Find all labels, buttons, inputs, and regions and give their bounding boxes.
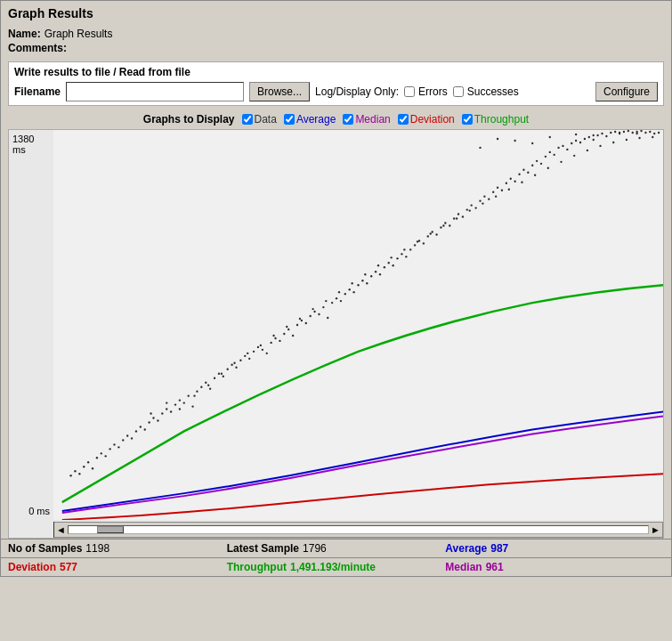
no-of-samples-value: 1198 xyxy=(85,542,109,555)
svg-point-78 xyxy=(405,256,407,257)
svg-point-12 xyxy=(117,446,119,448)
svg-point-42 xyxy=(248,358,250,360)
graphs-to-display-label: Graphs to Display xyxy=(143,113,235,126)
data-checkbox[interactable] xyxy=(242,114,253,125)
file-row: Filename Browse... Log/Display Only: Err… xyxy=(14,82,658,101)
svg-point-179 xyxy=(619,132,620,134)
svg-point-87 xyxy=(444,222,446,223)
latest-sample-value: 1796 xyxy=(303,542,327,555)
svg-point-88 xyxy=(449,224,450,226)
svg-point-86 xyxy=(440,226,441,228)
svg-point-141 xyxy=(207,384,209,385)
average-stat-value: 987 xyxy=(490,542,508,555)
svg-point-101 xyxy=(506,183,507,184)
svg-point-79 xyxy=(409,248,411,250)
svg-point-49 xyxy=(279,340,280,342)
average-label: Average xyxy=(296,113,336,126)
svg-point-117 xyxy=(575,140,577,142)
svg-point-89 xyxy=(453,217,455,219)
average-stat-label: Average xyxy=(445,542,487,555)
svg-point-93 xyxy=(471,204,473,206)
svg-point-112 xyxy=(554,154,555,156)
svg-point-76 xyxy=(396,257,398,259)
svg-point-130 xyxy=(632,132,634,134)
svg-point-183 xyxy=(636,133,637,134)
svg-point-47 xyxy=(270,342,271,344)
average-checkbox[interactable] xyxy=(284,114,295,125)
svg-point-33 xyxy=(209,387,211,389)
svg-point-75 xyxy=(392,264,393,266)
svg-point-146 xyxy=(272,335,274,337)
browse-button[interactable]: Browse... xyxy=(249,82,310,101)
svg-point-150 xyxy=(325,300,327,302)
svg-point-2 xyxy=(74,470,76,472)
svg-point-138 xyxy=(166,402,167,403)
scrollbar-thumb[interactable] xyxy=(97,526,124,533)
svg-point-45 xyxy=(262,349,263,351)
svg-point-11 xyxy=(113,443,115,445)
svg-point-99 xyxy=(497,187,498,189)
svg-point-114 xyxy=(562,145,563,147)
file-section: Write results to file / Read from file F… xyxy=(8,61,664,106)
successes-checkbox-group: Successes xyxy=(453,85,519,98)
scroll-left-arrow[interactable]: ◄ xyxy=(56,524,66,535)
svg-point-84 xyxy=(432,231,433,232)
svg-point-167 xyxy=(547,167,549,169)
y-min-label: 0 ms xyxy=(28,506,50,516)
samples-group: No of Samples 1198 xyxy=(8,542,227,555)
svg-point-175 xyxy=(652,136,653,138)
successes-checkbox[interactable] xyxy=(453,86,464,97)
svg-point-135 xyxy=(653,133,655,134)
svg-point-177 xyxy=(531,142,533,144)
svg-point-62 xyxy=(336,297,337,299)
scroll-right-arrow[interactable]: ► xyxy=(651,524,660,535)
svg-point-5 xyxy=(87,461,89,463)
svg-point-21 xyxy=(157,419,158,421)
deviation-stat-label: Deviation xyxy=(8,561,56,573)
svg-point-35 xyxy=(218,373,220,375)
throughput-checkbox[interactable] xyxy=(462,114,473,125)
data-checkbox-item: Data xyxy=(242,113,277,126)
log-display: Log/Display Only: Errors Successes Confi… xyxy=(315,82,658,101)
svg-point-44 xyxy=(257,346,259,348)
svg-point-153 xyxy=(364,273,366,275)
svg-point-154 xyxy=(377,264,379,266)
svg-point-128 xyxy=(623,131,625,133)
svg-point-59 xyxy=(322,306,324,308)
x-scrollbar[interactable]: ◄ ► xyxy=(53,522,663,538)
svg-point-50 xyxy=(283,333,285,335)
scrollbar-track[interactable] xyxy=(68,525,649,534)
svg-point-115 xyxy=(566,149,568,150)
svg-point-140 xyxy=(193,394,195,396)
chart-container: 1380 ms 0 ms xyxy=(8,129,664,539)
svg-point-159 xyxy=(442,224,444,226)
window-title: Graph Results xyxy=(8,6,93,20)
latest-sample-group: Latest Sample 1796 xyxy=(227,542,446,555)
median-checkbox[interactable] xyxy=(343,114,353,125)
svg-point-85 xyxy=(435,233,437,235)
svg-point-96 xyxy=(483,195,485,197)
svg-point-41 xyxy=(244,355,246,357)
svg-point-4 xyxy=(83,466,85,467)
comments-row: Comments: xyxy=(8,42,664,54)
filename-input[interactable] xyxy=(66,82,244,101)
svg-point-120 xyxy=(588,136,590,138)
errors-checkbox[interactable] xyxy=(404,86,415,97)
svg-point-161 xyxy=(469,209,471,211)
stats-bar: No of Samples 1198 Latest Sample 1796 Av… xyxy=(1,539,671,557)
deviation-group: Deviation 577 xyxy=(8,561,227,573)
deviation-checkbox[interactable] xyxy=(398,114,409,125)
svg-point-1 xyxy=(69,475,71,476)
svg-point-139 xyxy=(179,408,181,410)
svg-point-82 xyxy=(423,242,425,244)
configure-button[interactable]: Configure xyxy=(595,82,658,101)
svg-point-34 xyxy=(214,377,215,379)
svg-point-15 xyxy=(131,437,133,439)
svg-point-36 xyxy=(223,376,224,377)
svg-point-38 xyxy=(231,364,232,366)
svg-point-147 xyxy=(286,326,287,328)
svg-point-54 xyxy=(301,320,303,321)
log-display-label: Log/Display Only: xyxy=(315,85,399,98)
svg-point-68 xyxy=(361,280,363,281)
svg-point-69 xyxy=(366,282,368,284)
